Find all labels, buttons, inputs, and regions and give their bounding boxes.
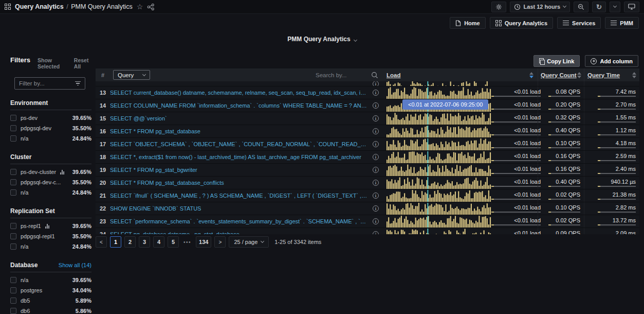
info-icon[interactable]: i (373, 167, 379, 173)
filter-item[interactable]: n/a 24.84% (10, 241, 91, 252)
filter-checkbox[interactable] (10, 287, 16, 293)
filter-item[interactable]: n/a 24.84% (10, 133, 91, 144)
info-icon[interactable]: i (373, 115, 379, 121)
info-icon[interactable]: i (373, 128, 379, 134)
query-link[interactable]: SELECT `OBJECT_SCHEMA` , `OBJECT_NAME` ,… (110, 141, 369, 147)
apps-grid-icon[interactable] (5, 4, 11, 10)
filter-checkbox[interactable] (10, 308, 16, 314)
load-sparkline[interactable] (387, 126, 491, 137)
sort-control-query-time[interactable] (632, 72, 639, 78)
info-icon[interactable]: i (373, 193, 379, 199)
cycle-view-mode-button[interactable] (624, 2, 639, 12)
filter-item[interactable]: postgres 34.04% (10, 285, 91, 295)
panel-header[interactable]: PMM Query Analytics (0, 36, 644, 43)
refresh-button[interactable]: ↻ (592, 2, 606, 12)
query-link[interactable]: SELECT @@`version` (110, 115, 369, 121)
pagination-next-button[interactable]: > (214, 236, 226, 248)
load-sparkline[interactable] (387, 151, 491, 163)
add-column-button[interactable]: Add column (585, 55, 638, 67)
pagination-page-5[interactable]: 5 (168, 236, 179, 248)
refresh-interval-dropdown[interactable] (610, 2, 620, 12)
pagination-page-3[interactable]: 3 (139, 236, 150, 248)
filter-checkbox[interactable] (10, 115, 16, 121)
query-link[interactable]: SELECT `performance_schema` . `events_st… (110, 218, 369, 224)
reset-all-link[interactable]: Reset All (74, 57, 91, 69)
zoom-out-button[interactable] (574, 2, 588, 12)
column-header-query-time[interactable]: Query Time (587, 72, 620, 78)
load-sparkline[interactable] (387, 203, 491, 215)
share-icon[interactable] (147, 4, 155, 10)
info-icon[interactable]: i (373, 90, 379, 96)
column-header-load[interactable]: Load (387, 72, 400, 78)
filter-checkbox[interactable] (10, 189, 16, 196)
load-sparkline[interactable] (387, 216, 491, 228)
pagination-page-2[interactable]: 2 (124, 236, 136, 248)
query-link[interactable]: SELECT COLUMN_NAME FROM `information_sch… (110, 102, 369, 109)
info-icon[interactable]: i (373, 154, 379, 160)
load-sparkline[interactable] (387, 113, 491, 125)
filter-item[interactable]: n/a 24.84% (10, 187, 91, 198)
filter-checkbox[interactable] (10, 179, 16, 185)
search-icon[interactable] (371, 72, 378, 79)
filter-item[interactable]: ps-dev 39.65% (10, 113, 91, 123)
query-link[interactable]: SELECT `ifnull` ( SCHEMA_NAME , ? ) AS S… (110, 193, 369, 199)
filter-checkbox[interactable] (10, 243, 16, 250)
star-icon[interactable]: ☆ (137, 3, 143, 10)
load-sparkline[interactable] (387, 229, 491, 235)
query-link[interactable]: SELECT current_database() datname, schem… (110, 90, 369, 96)
load-sparkline[interactable] (387, 177, 491, 189)
load-sparkline[interactable] (387, 190, 491, 202)
info-icon[interactable]: i (373, 218, 379, 224)
nav-link-query-analytics[interactable]: Query Analytics (490, 17, 553, 29)
panel-title[interactable]: PMM Query Analytics (287, 36, 350, 43)
pagination-page-4[interactable]: 4 (153, 236, 164, 248)
pagination-page-134[interactable]: 134 (196, 236, 211, 248)
filter-checkbox[interactable] (10, 233, 16, 239)
query-column-selector[interactable]: Query (113, 70, 150, 80)
filter-checkbox[interactable] (10, 277, 16, 283)
table-search-box[interactable] (316, 72, 383, 79)
filter-item[interactable]: db6 5.86% (10, 306, 91, 314)
load-sparkline[interactable] (387, 87, 491, 99)
nav-link-home[interactable]: Home (450, 17, 486, 29)
filter-search-input[interactable] (19, 80, 75, 86)
info-icon[interactable]: i (373, 81, 379, 86)
nav-link-pmm[interactable]: PMM (605, 17, 639, 29)
show-all-link[interactable]: Show all (14) (59, 262, 91, 268)
info-icon[interactable]: i (373, 102, 379, 109)
filter-item[interactable]: ps-repl1 39.65% (10, 221, 91, 231)
dashboard-settings-button[interactable] (491, 2, 506, 12)
pagination-prev-button[interactable]: < (96, 236, 107, 248)
sort-control-query-count[interactable] (577, 72, 584, 78)
filter-item[interactable]: pdpgsql-repl1 35.50% (10, 231, 91, 241)
query-link[interactable]: SHOW ENGINE `INNODB` STATUS (110, 205, 369, 212)
load-sparkline[interactable] (387, 164, 491, 176)
breadcrumb[interactable]: Query Analytics / PMM Query Analytics (15, 3, 133, 10)
pagination-ellipsis[interactable]: ••• (183, 239, 191, 245)
table-search-input[interactable] (316, 72, 371, 78)
sort-control-load[interactable] (529, 72, 538, 78)
page-size-selector[interactable]: 25 / page (229, 236, 269, 248)
filter-item[interactable]: pdpgsql-dev-c... 35.50% (10, 177, 91, 187)
info-icon[interactable]: i (373, 180, 379, 186)
filter-checkbox[interactable] (10, 135, 16, 142)
query-link[interactable]: SELECT pg_database datname , pg_stat_dat… (110, 231, 369, 234)
time-range-picker[interactable]: Last 12 hours (510, 2, 571, 12)
nav-link-services[interactable]: Services (557, 17, 601, 29)
copy-link-button[interactable]: Copy Link (533, 55, 580, 67)
filter-item[interactable]: ps-dev-cluster 39.65% (10, 167, 91, 177)
filter-search-box[interactable] (14, 77, 85, 90)
column-header-query-count[interactable]: Query Count (541, 72, 577, 78)
filter-checkbox[interactable] (10, 169, 16, 175)
filter-checkbox[interactable] (10, 223, 16, 229)
load-sparkline[interactable] (387, 81, 491, 86)
filter-item[interactable]: n/a 39.65% (10, 275, 91, 285)
filter-checkbox[interactable] (10, 125, 16, 131)
filter-checkbox[interactable] (10, 298, 16, 304)
info-icon[interactable]: i (373, 231, 379, 234)
breadcrumb-page[interactable]: PMM Query Analytics (71, 3, 132, 10)
info-icon[interactable]: i (373, 205, 379, 212)
load-sparkline[interactable] (387, 138, 491, 150)
filter-item[interactable]: pdpgsql-dev 35.50% (10, 123, 91, 133)
info-icon[interactable]: i (373, 141, 379, 147)
